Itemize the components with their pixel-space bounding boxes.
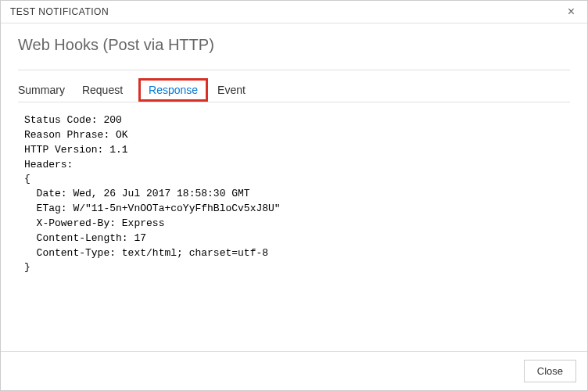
close-icon[interactable]: × (565, 5, 578, 18)
tab-event[interactable]: Event (217, 81, 246, 99)
dialog-body: Web Hooks (Post via HTTP) Summary Reques… (1, 23, 587, 351)
tab-summary[interactable]: Summary (18, 81, 65, 99)
dialog-footer: Close (1, 351, 587, 390)
tabs: Summary Request Response Event (18, 70, 570, 102)
dialog-header: TEST NOTIFICATION × (1, 1, 587, 23)
tab-content: Status Code: 200 Reason Phrase: OK HTTP … (18, 102, 570, 343)
response-body: Status Code: 200 Reason Phrase: OK HTTP … (24, 113, 564, 275)
tab-request[interactable]: Request (82, 81, 123, 99)
dialog-title: TEST NOTIFICATION (10, 6, 109, 17)
close-button[interactable]: Close (524, 360, 576, 382)
tab-response[interactable]: Response (138, 78, 208, 102)
page-title: Web Hooks (Post via HTTP) (18, 36, 570, 54)
